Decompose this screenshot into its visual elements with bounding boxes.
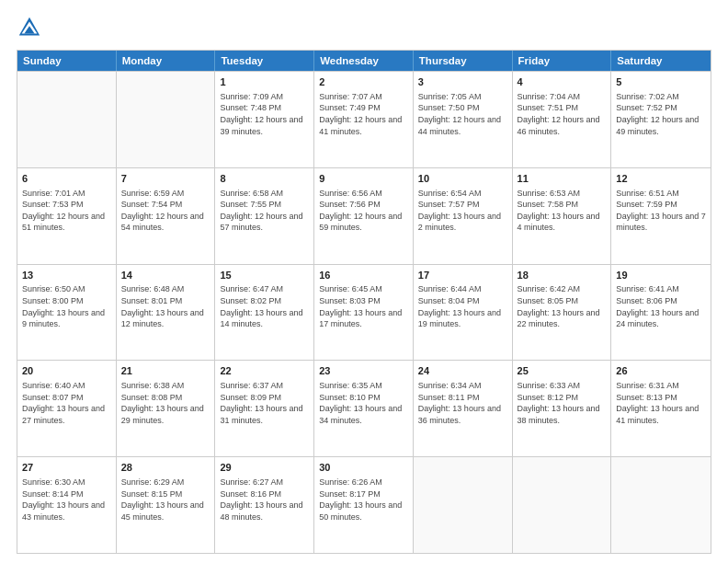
logo	[17, 15, 46, 40]
cell-info: Sunrise: 6:31 AM Sunset: 8:13 PM Dayligh…	[616, 380, 706, 426]
day-number: 15	[220, 269, 309, 282]
calendar-cell: 1Sunrise: 7:09 AM Sunset: 7:48 PM Daylig…	[215, 72, 314, 167]
cell-info: Sunrise: 6:27 AM Sunset: 8:16 PM Dayligh…	[220, 477, 309, 523]
calendar: SundayMondayTuesdayWednesdayThursdayFrid…	[17, 50, 711, 554]
cell-info: Sunrise: 6:35 AM Sunset: 8:10 PM Dayligh…	[319, 380, 408, 426]
day-number: 7	[121, 172, 210, 186]
day-number: 8	[220, 172, 309, 186]
calendar-cell: 24Sunrise: 6:34 AM Sunset: 8:11 PM Dayli…	[414, 361, 513, 456]
day-number: 10	[418, 172, 507, 186]
calendar-cell: 6Sunrise: 7:01 AM Sunset: 7:53 PM Daylig…	[17, 168, 117, 264]
calendar-cell: 5Sunrise: 7:02 AM Sunset: 7:52 PM Daylig…	[611, 72, 711, 167]
calendar-cell: 18Sunrise: 6:42 AM Sunset: 8:05 PM Dayli…	[513, 265, 612, 361]
day-number: 28	[121, 461, 210, 475]
cell-info: Sunrise: 6:41 AM Sunset: 8:06 PM Dayligh…	[616, 283, 706, 329]
cell-info: Sunrise: 6:45 AM Sunset: 8:03 PM Dayligh…	[319, 283, 408, 329]
day-number: 21	[121, 364, 210, 378]
cell-info: Sunrise: 6:26 AM Sunset: 8:17 PM Dayligh…	[319, 477, 408, 523]
day-number: 26	[616, 364, 706, 378]
calendar-cell	[513, 457, 612, 553]
cell-info: Sunrise: 6:40 AM Sunset: 8:07 PM Dayligh…	[22, 380, 111, 426]
page-header	[17, 15, 711, 40]
calendar-week-2: 13Sunrise: 6:50 AM Sunset: 8:00 PM Dayli…	[17, 264, 711, 361]
day-number: 29	[220, 461, 309, 475]
cell-info: Sunrise: 6:30 AM Sunset: 8:14 PM Dayligh…	[22, 477, 111, 523]
cell-info: Sunrise: 6:42 AM Sunset: 8:05 PM Dayligh…	[518, 283, 607, 329]
cell-info: Sunrise: 7:02 AM Sunset: 7:52 PM Dayligh…	[616, 91, 706, 137]
calendar-cell: 3Sunrise: 7:05 AM Sunset: 7:50 PM Daylig…	[414, 72, 513, 167]
cal-header-friday: Friday	[513, 51, 612, 71]
cell-info: Sunrise: 6:29 AM Sunset: 8:15 PM Dayligh…	[121, 477, 210, 523]
cell-info: Sunrise: 6:50 AM Sunset: 8:00 PM Dayligh…	[22, 283, 111, 329]
day-number: 30	[319, 461, 408, 475]
cell-info: Sunrise: 7:01 AM Sunset: 7:53 PM Dayligh…	[22, 188, 111, 234]
cell-info: Sunrise: 6:34 AM Sunset: 8:11 PM Dayligh…	[418, 380, 507, 426]
cell-info: Sunrise: 6:48 AM Sunset: 8:01 PM Dayligh…	[121, 283, 210, 329]
calendar-header-row: SundayMondayTuesdayWednesdayThursdayFrid…	[17, 51, 711, 71]
calendar-week-0: 1Sunrise: 7:09 AM Sunset: 7:48 PM Daylig…	[17, 71, 711, 167]
calendar-cell: 11Sunrise: 6:53 AM Sunset: 7:58 PM Dayli…	[513, 168, 612, 264]
calendar-week-4: 27Sunrise: 6:30 AM Sunset: 8:14 PM Dayli…	[17, 456, 711, 553]
cell-info: Sunrise: 6:53 AM Sunset: 7:58 PM Dayligh…	[518, 188, 607, 234]
cell-info: Sunrise: 6:56 AM Sunset: 7:56 PM Dayligh…	[319, 188, 408, 234]
day-number: 14	[121, 269, 210, 282]
day-number: 2	[319, 75, 408, 89]
cell-info: Sunrise: 6:37 AM Sunset: 8:09 PM Dayligh…	[220, 380, 309, 426]
cell-info: Sunrise: 6:58 AM Sunset: 7:55 PM Dayligh…	[220, 188, 309, 234]
cell-info: Sunrise: 6:54 AM Sunset: 7:57 PM Dayligh…	[418, 188, 507, 234]
day-number: 27	[22, 461, 111, 475]
calendar-week-1: 6Sunrise: 7:01 AM Sunset: 7:53 PM Daylig…	[17, 167, 711, 264]
calendar-cell: 25Sunrise: 6:33 AM Sunset: 8:12 PM Dayli…	[513, 361, 612, 456]
cell-info: Sunrise: 6:33 AM Sunset: 8:12 PM Dayligh…	[518, 380, 607, 426]
calendar-cell: 2Sunrise: 7:07 AM Sunset: 7:49 PM Daylig…	[314, 72, 414, 167]
calendar-cell	[611, 457, 711, 553]
cell-info: Sunrise: 6:59 AM Sunset: 7:54 PM Dayligh…	[121, 188, 210, 234]
calendar-cell: 4Sunrise: 7:04 AM Sunset: 7:51 PM Daylig…	[513, 72, 612, 167]
day-number: 25	[518, 364, 607, 378]
day-number: 17	[418, 269, 507, 282]
cal-header-thursday: Thursday	[414, 51, 513, 71]
calendar-page: SundayMondayTuesdayWednesdayThursdayFrid…	[0, 0, 728, 563]
calendar-cell: 8Sunrise: 6:58 AM Sunset: 7:55 PM Daylig…	[215, 168, 314, 264]
calendar-cell	[117, 72, 216, 167]
day-number: 24	[418, 364, 507, 378]
day-number: 5	[616, 75, 706, 89]
calendar-cell	[17, 72, 117, 167]
cell-info: Sunrise: 6:47 AM Sunset: 8:02 PM Dayligh…	[220, 283, 309, 329]
calendar-cell: 7Sunrise: 6:59 AM Sunset: 7:54 PM Daylig…	[117, 168, 216, 264]
calendar-cell: 17Sunrise: 6:44 AM Sunset: 8:04 PM Dayli…	[414, 265, 513, 361]
calendar-cell: 29Sunrise: 6:27 AM Sunset: 8:16 PM Dayli…	[215, 457, 314, 553]
cal-header-saturday: Saturday	[611, 51, 711, 71]
calendar-cell: 12Sunrise: 6:51 AM Sunset: 7:59 PM Dayli…	[611, 168, 711, 264]
cell-info: Sunrise: 6:51 AM Sunset: 7:59 PM Dayligh…	[616, 188, 706, 234]
day-number: 11	[518, 172, 607, 186]
day-number: 12	[616, 172, 706, 186]
calendar-cell: 16Sunrise: 6:45 AM Sunset: 8:03 PM Dayli…	[314, 265, 414, 361]
calendar-cell: 13Sunrise: 6:50 AM Sunset: 8:00 PM Dayli…	[17, 265, 117, 361]
day-number: 18	[518, 269, 607, 282]
day-number: 16	[319, 269, 408, 282]
cal-header-tuesday: Tuesday	[215, 51, 314, 71]
calendar-cell: 23Sunrise: 6:35 AM Sunset: 8:10 PM Dayli…	[314, 361, 414, 456]
calendar-week-3: 20Sunrise: 6:40 AM Sunset: 8:07 PM Dayli…	[17, 360, 711, 456]
calendar-cell: 9Sunrise: 6:56 AM Sunset: 7:56 PM Daylig…	[314, 168, 414, 264]
day-number: 1	[220, 75, 309, 89]
cell-info: Sunrise: 6:38 AM Sunset: 8:08 PM Dayligh…	[121, 380, 210, 426]
calendar-cell: 26Sunrise: 6:31 AM Sunset: 8:13 PM Dayli…	[611, 361, 711, 456]
calendar-cell: 21Sunrise: 6:38 AM Sunset: 8:08 PM Dayli…	[117, 361, 216, 456]
cell-info: Sunrise: 6:44 AM Sunset: 8:04 PM Dayligh…	[418, 283, 507, 329]
calendar-cell: 20Sunrise: 6:40 AM Sunset: 8:07 PM Dayli…	[17, 361, 117, 456]
calendar-body: 1Sunrise: 7:09 AM Sunset: 7:48 PM Daylig…	[17, 71, 711, 553]
day-number: 6	[22, 172, 111, 186]
calendar-cell: 14Sunrise: 6:48 AM Sunset: 8:01 PM Dayli…	[117, 265, 216, 361]
day-number: 20	[22, 364, 111, 378]
cal-header-monday: Monday	[117, 51, 216, 71]
calendar-cell	[414, 457, 513, 553]
cell-info: Sunrise: 7:05 AM Sunset: 7:50 PM Dayligh…	[418, 91, 507, 137]
day-number: 19	[616, 269, 706, 282]
day-number: 4	[518, 75, 607, 89]
cal-header-wednesday: Wednesday	[314, 51, 414, 71]
day-number: 3	[418, 75, 507, 89]
calendar-cell: 22Sunrise: 6:37 AM Sunset: 8:09 PM Dayli…	[215, 361, 314, 456]
calendar-cell: 27Sunrise: 6:30 AM Sunset: 8:14 PM Dayli…	[17, 457, 117, 553]
